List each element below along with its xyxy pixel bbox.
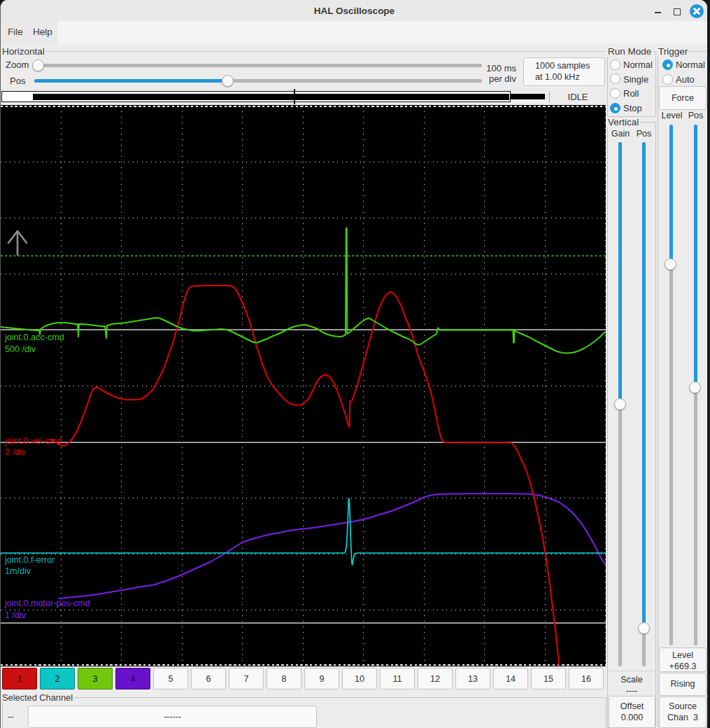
svg-text:2 /div: 2 /div (5, 447, 27, 457)
svg-text:1 /div: 1 /div (5, 610, 27, 620)
svg-text:joint.0.acc-cmd: joint.0.acc-cmd (4, 332, 64, 342)
svg-text:joint.0.f-error: joint.0.f-error (4, 555, 55, 565)
svg-text:500 /div: 500 /div (5, 344, 36, 354)
svg-text:joint.0.motor-pos-cmd: joint.0.motor-pos-cmd (4, 598, 90, 608)
svg-text:joint.0.vel-cmd: joint.0.vel-cmd (4, 436, 62, 446)
svg-text:1m/div: 1m/div (5, 566, 31, 576)
